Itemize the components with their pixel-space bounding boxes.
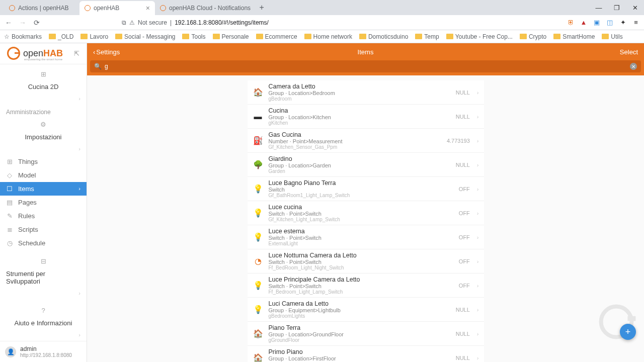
- new-tab-button[interactable]: +: [256, 3, 268, 12]
- bookmark-item[interactable]: Personale: [213, 33, 249, 40]
- sidebar-item-rules[interactable]: ✎Rules: [0, 209, 87, 223]
- shield-icon[interactable]: ⛨: [567, 19, 575, 27]
- sidebar-item-pages[interactable]: ▤Pages: [0, 196, 87, 209]
- bookmark-item[interactable]: Social - Messaging: [115, 33, 175, 40]
- bookmark-label: Domoticsduino: [368, 33, 408, 40]
- item-row[interactable]: 🏠 Piano Terra Group · Location>GroundFlo…: [248, 322, 484, 346]
- search-input[interactable]: [105, 63, 627, 70]
- sidebar-item-impostazioni[interactable]: ⚙Impostazioni›: [0, 118, 87, 155]
- item-row[interactable]: 💡 Luce esterna Switch · Point>Switch Ext…: [248, 225, 484, 249]
- sidebar-item-dev-tools[interactable]: ⊟ Strumenti per Sviluppatori ›: [0, 254, 87, 299]
- sidebar-item-items[interactable]: ☐Items›: [0, 182, 87, 196]
- bookmark-label: Crypto: [529, 33, 546, 40]
- bookmarks-bar: Bookmarks_OLDLavoroSocial - MessagingToo…: [0, 30, 644, 43]
- item-row[interactable]: 💡 Luce cucina Switch · Point>Switch Gf_K…: [248, 201, 484, 225]
- bookmark-label: _OLD: [58, 33, 73, 40]
- sidebar-item-help[interactable]: ? Aiuto e Informazioni ›: [0, 304, 87, 341]
- chevron-right-icon: ›: [477, 331, 479, 337]
- add-item-fab[interactable]: +: [620, 324, 636, 340]
- bookmark-item[interactable]: Domoticsduino: [359, 33, 408, 40]
- item-row[interactable]: 🏠 Camera da Letto Group · Location>Bedro…: [248, 80, 484, 105]
- favicon-icon: [85, 5, 91, 11]
- address-bar[interactable]: ⧉ ⚠ Not secure | 192.168.1.8:8080/#!/set…: [46, 19, 561, 26]
- sidebar-label: Impostazioni: [25, 133, 62, 141]
- window-maximize[interactable]: ❐: [608, 0, 626, 15]
- item-row[interactable]: ▬ Cucina Group · Location>Kitchen gKitch…: [248, 105, 484, 129]
- translate-icon[interactable]: ◫: [606, 19, 614, 27]
- items-list-wrap[interactable]: 🏠 Camera da Letto Group · Location>Bedro…: [87, 75, 644, 362]
- reader-mode-icon[interactable]: ⧉: [122, 19, 126, 26]
- folder-icon: [115, 34, 122, 39]
- item-title: Luce Notturna Camera da Letto: [269, 252, 454, 259]
- clear-search-icon[interactable]: ✕: [630, 63, 637, 70]
- grid-icon: ⊞: [40, 70, 47, 78]
- item-id: Garden: [269, 168, 451, 174]
- item-row[interactable]: 💡 Luci Camera da Letto Group · Equipment…: [248, 298, 484, 322]
- nav-reload[interactable]: ⟳: [32, 19, 41, 27]
- item-type-icon: 💡: [253, 208, 264, 219]
- item-id: Gf_BathRoom1_Light_Lamp_Switch: [269, 193, 454, 198]
- item-type-icon: ▬: [253, 111, 264, 122]
- menu-icon[interactable]: ≡: [632, 19, 640, 27]
- bookmark-item[interactable]: Ecommerce: [256, 33, 297, 40]
- folder-icon: [182, 34, 189, 39]
- item-subtitle: Group · Location>GroundFloor: [269, 331, 451, 337]
- security-warning-icon[interactable]: ⚠: [129, 19, 135, 26]
- window-minimize[interactable]: —: [590, 0, 608, 15]
- app-root: openHAB empowering the smart home ⇱ ⊞ Cu…: [0, 43, 644, 362]
- chevron-right-icon: ›: [78, 290, 80, 296]
- sidebar-item-scripts[interactable]: ≣Scripts: [0, 223, 87, 236]
- extensions-icon[interactable]: ✦: [619, 19, 627, 27]
- sidebar-item-things[interactable]: ⊞Things: [0, 155, 87, 168]
- item-subtitle: Switch · Point>Switch: [269, 283, 454, 289]
- bookmark-item[interactable]: Utils: [602, 33, 622, 40]
- sidebar-item-model[interactable]: ◇Model: [0, 168, 87, 182]
- bookmark-item[interactable]: Lavoro: [80, 33, 108, 40]
- chevron-right-icon: ›: [477, 186, 479, 192]
- browser-tab[interactable]: Actions | openHAB: [4, 1, 79, 15]
- sidebar-label: Cucina 2D: [28, 83, 59, 90]
- item-id: Gf_Kitchen_Light_Lamp_Switch: [269, 217, 454, 222]
- bookmark-item[interactable]: Bookmarks: [4, 33, 42, 40]
- bookmark-item[interactable]: Temp: [415, 33, 439, 40]
- item-value: NULL: [456, 355, 470, 361]
- back-label: Settings: [96, 48, 120, 56]
- item-row[interactable]: 💡 Luce Principale Camera da Letto Switch…: [248, 274, 484, 298]
- browser-tab[interactable]: openHAB Cloud - Notifications: [155, 1, 256, 15]
- sidebar-label: Schedule: [18, 239, 45, 247]
- back-to-settings[interactable]: ‹ Settings: [93, 48, 120, 56]
- sidebar-label: Strumenti per Sviluppatori: [6, 270, 80, 285]
- item-row[interactable]: 💡 Luce Bagno Piano Terra Switch Gf_BathR…: [248, 177, 484, 201]
- bookmark-item[interactable]: Home network: [304, 33, 352, 40]
- adblock-icon[interactable]: ▲: [580, 19, 588, 27]
- sidebar-icon: ▤: [6, 199, 13, 206]
- sidebar-item-cucina[interactable]: ⊞ Cucina 2D ›: [0, 67, 87, 105]
- item-row[interactable]: ◔ Luce Notturna Camera da Letto Switch ·…: [248, 249, 484, 274]
- item-row[interactable]: 🌳 Giardino Group · Location>Garden Garde…: [248, 153, 484, 177]
- pin-sidebar-icon[interactable]: ⇱: [74, 50, 79, 57]
- sidebar-label: Items: [18, 185, 34, 193]
- nav-back[interactable]: ←: [4, 19, 13, 27]
- bookmark-item[interactable]: Tools: [182, 33, 205, 40]
- tab-title: openHAB: [94, 5, 119, 12]
- close-tab-icon[interactable]: ×: [146, 4, 150, 12]
- bookmark-item[interactable]: _OLD: [49, 33, 73, 40]
- sidebar-footer[interactable]: 👤 admin http://192.168.1.8:8080: [0, 341, 87, 362]
- item-value: NULL: [456, 89, 470, 96]
- bookmark-label: Tools: [191, 33, 205, 40]
- bookmark-item[interactable]: Youtube - Free Cop...: [446, 33, 513, 40]
- window-close[interactable]: ✕: [626, 0, 644, 15]
- cast-icon[interactable]: ▣: [593, 19, 601, 27]
- item-value: 4.773193: [447, 138, 470, 144]
- sidebar-item-schedule[interactable]: ◷Schedule: [0, 236, 87, 250]
- select-button[interactable]: Select: [620, 48, 638, 56]
- sidebar-label: Pages: [18, 199, 37, 206]
- item-row[interactable]: ⛽ Gas Cucina Number · Point>Measurement …: [248, 129, 484, 153]
- bookmark-item[interactable]: Crypto: [520, 33, 546, 40]
- item-title: Luce cucina: [269, 204, 454, 211]
- sidebar-icon: ⊞: [6, 158, 13, 165]
- bookmark-label: Youtube - Free Cop...: [455, 33, 513, 40]
- item-row[interactable]: 🏠 Primo Piano Group · Location>FirstFloo…: [248, 346, 484, 362]
- bookmark-item[interactable]: SmartHome: [553, 33, 595, 40]
- browser-tab[interactable]: openHAB×: [79, 1, 155, 15]
